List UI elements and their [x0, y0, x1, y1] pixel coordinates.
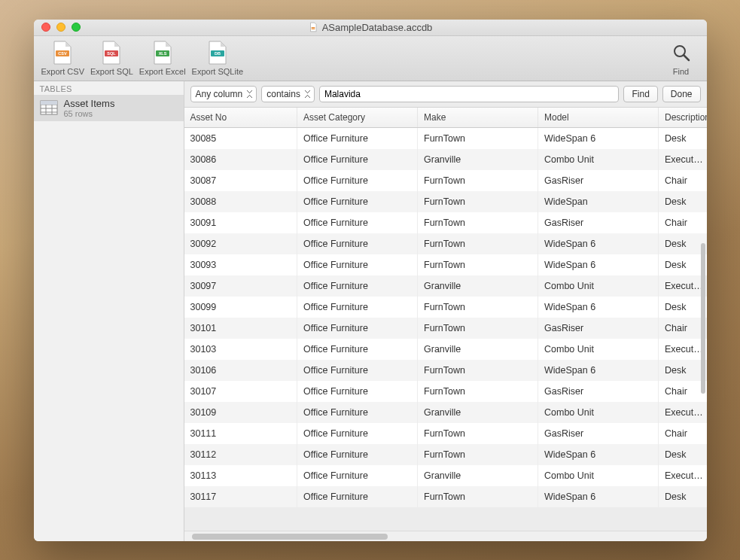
cell-model: WideSpan: [538, 191, 659, 212]
find-button[interactable]: Find: [669, 41, 693, 76]
app-window: ASampleDatabase.accdb CSV Export CSV SQL…: [34, 20, 707, 541]
cell-category: Office Furniture: [297, 360, 418, 381]
cell-category: Office Furniture: [297, 233, 418, 254]
sidebar: TABLES Asset Items 65 rows: [34, 81, 184, 541]
scrollbar-thumb[interactable]: [192, 534, 388, 540]
cell-make: Granville: [418, 465, 538, 486]
main-panel: Any column contains Find Done Asset No A…: [184, 81, 707, 541]
cell-category: Office Furniture: [297, 486, 418, 507]
col-description[interactable]: Description: [659, 108, 707, 128]
cell-asset_no: 30111: [184, 423, 297, 444]
table-row[interactable]: 30091Office FurnitureFurnTownGasRiserCha…: [184, 212, 707, 233]
sidebar-item-sub: 65 rows: [64, 109, 115, 118]
svg-text:DB: DB: [215, 51, 221, 56]
cell-make: FurnTown: [418, 127, 538, 149]
cell-category: Office Furniture: [297, 191, 418, 212]
export-csv-label: Export CSV: [41, 67, 84, 76]
cell-category: Office Furniture: [297, 423, 418, 444]
table-icon: [40, 100, 58, 115]
table-row[interactable]: 30117Office FurnitureFurnTownWideSpan 6D…: [184, 486, 707, 507]
window-title: ASampleDatabase.accdb: [34, 22, 707, 33]
cell-make: FurnTown: [418, 212, 538, 233]
operator-select[interactable]: contains: [261, 86, 315, 102]
table-row[interactable]: 30097Office FurnitureGranvilleCombo Unit…: [184, 275, 707, 297]
col-asset-no[interactable]: Asset No: [184, 108, 297, 128]
filter-bar: Any column contains Find Done: [184, 81, 707, 108]
cell-category: Office Furniture: [297, 297, 418, 318]
cell-model: WideSpan 6: [538, 486, 659, 507]
cell-make: FurnTown: [418, 486, 538, 507]
col-model[interactable]: Model: [538, 108, 659, 128]
cell-asset_no: 30091: [184, 212, 297, 233]
search-input[interactable]: [319, 86, 620, 102]
titlebar: ASampleDatabase.accdb: [34, 20, 707, 36]
col-asset-category[interactable]: Asset Category: [297, 108, 418, 128]
find-label: Find: [673, 67, 689, 76]
cell-make: Granville: [418, 402, 538, 423]
table-row[interactable]: 30101Office FurnitureFurnTownGasRiserCha…: [184, 318, 707, 339]
cell-make: FurnTown: [418, 423, 538, 444]
data-grid[interactable]: Asset No Asset Category Make Model Descr…: [184, 108, 707, 531]
table-row[interactable]: 30086Office FurnitureGranvilleCombo Unit…: [184, 149, 707, 170]
table-row[interactable]: 30092Office FurnitureFurnTownWideSpan 6D…: [184, 233, 707, 254]
cell-make: Granville: [418, 339, 538, 360]
table-row[interactable]: 30112Office FurnitureFurnTownWideSpan 6D…: [184, 444, 707, 465]
cell-make: FurnTown: [418, 297, 538, 318]
table-row[interactable]: 30106Office FurnitureFurnTownWideSpan 6D…: [184, 360, 707, 381]
table-row[interactable]: 30109Office FurnitureGranvilleCombo Unit…: [184, 402, 707, 423]
column-select[interactable]: Any column: [190, 86, 257, 102]
cell-asset_no: 30097: [184, 275, 297, 297]
cell-make: FurnTown: [418, 360, 538, 381]
cell-model: WideSpan 6: [538, 254, 659, 275]
svg-text:XLS: XLS: [158, 51, 166, 56]
export-csv-button[interactable]: CSV Export CSV: [41, 41, 84, 76]
window-title-text: ASampleDatabase.accdb: [322, 22, 433, 33]
svg-text:CSV: CSV: [59, 51, 68, 56]
cell-model: GasRiser: [538, 423, 659, 444]
table-row[interactable]: 30103Office FurnitureGranvilleCombo Unit…: [184, 339, 707, 360]
cell-make: Granville: [418, 149, 538, 170]
table-row[interactable]: 30113Office FurnitureGranvilleCombo Unit…: [184, 465, 707, 486]
cell-asset_no: 30112: [184, 444, 297, 465]
scrollbar-thumb[interactable]: [701, 243, 705, 394]
vertical-scrollbar[interactable]: [701, 138, 705, 516]
done-button[interactable]: Done: [662, 86, 701, 102]
sidebar-item-asset-items[interactable]: Asset Items 65 rows: [34, 95, 184, 121]
export-excel-button[interactable]: XLS Export Excel: [139, 41, 186, 76]
table-row[interactable]: 30088Office FurnitureFurnTownWideSpanDes…: [184, 191, 707, 212]
export-sqlite-label: Export SQLite: [192, 67, 243, 76]
cell-make: FurnTown: [418, 254, 538, 275]
cell-desc: Chair: [659, 381, 707, 402]
cell-category: Office Furniture: [297, 170, 418, 191]
cell-asset_no: 30117: [184, 486, 297, 507]
table-row[interactable]: 30093Office FurnitureFurnTownWideSpan 6D…: [184, 254, 707, 275]
cell-category: Office Furniture: [297, 149, 418, 170]
cell-category: Office Furniture: [297, 254, 418, 275]
cell-model: Combo Unit: [538, 402, 659, 423]
cell-model: WideSpan 6: [538, 444, 659, 465]
cell-model: GasRiser: [538, 381, 659, 402]
table-row[interactable]: 30085Office FurnitureFurnTownWideSpan 6D…: [184, 127, 707, 149]
col-make[interactable]: Make: [418, 108, 538, 128]
table-row[interactable]: 30107Office FurnitureFurnTownGasRiserCha…: [184, 381, 707, 402]
cell-model: GasRiser: [538, 170, 659, 191]
sql-file-icon: SQL: [102, 41, 121, 65]
cell-model: Combo Unit: [538, 275, 659, 297]
document-icon: [308, 22, 318, 32]
cell-desc: Desk: [659, 444, 707, 465]
export-sql-label: Export SQL: [90, 67, 133, 76]
export-sqlite-button[interactable]: DB Export SQLite: [192, 41, 243, 76]
horizontal-scrollbar[interactable]: [184, 531, 707, 541]
cell-model: GasRiser: [538, 212, 659, 233]
table-row[interactable]: 30087Office FurnitureFurnTownGasRiserCha…: [184, 170, 707, 191]
cell-asset_no: 30099: [184, 297, 297, 318]
table-row[interactable]: 30111Office FurnitureFurnTownGasRiserCha…: [184, 423, 707, 444]
table-row[interactable]: 30099Office FurnitureFurnTownWideSpan 6D…: [184, 297, 707, 318]
cell-model: WideSpan 6: [538, 297, 659, 318]
cell-asset_no: 30093: [184, 254, 297, 275]
xls-file-icon: XLS: [153, 41, 172, 65]
sidebar-item-label: Asset Items: [64, 98, 115, 109]
cell-desc: Executive: [659, 339, 707, 360]
export-sql-button[interactable]: SQL Export SQL: [90, 41, 133, 76]
find-action-button[interactable]: Find: [623, 86, 657, 102]
